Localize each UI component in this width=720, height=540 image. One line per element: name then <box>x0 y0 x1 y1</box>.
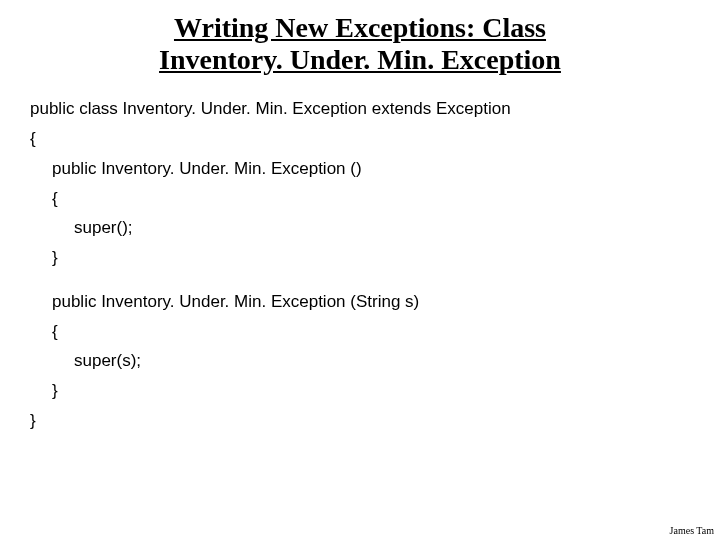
title-line-2: Inventory. Under. Min. Exception <box>159 44 561 75</box>
code-line: } <box>30 406 690 436</box>
slide: Writing New Exceptions: Class Inventory.… <box>0 0 720 540</box>
code-line: public Inventory. Under. Min. Exception … <box>30 287 690 317</box>
code-block: public class Inventory. Under. Min. Exce… <box>30 94 690 435</box>
code-line: { <box>30 124 690 154</box>
code-line: public Inventory. Under. Min. Exception … <box>30 154 690 184</box>
footer-author: James Tam <box>670 525 714 536</box>
code-line: super(s); <box>30 346 690 376</box>
code-line: super(); <box>30 213 690 243</box>
code-line: } <box>30 376 690 406</box>
code-line: { <box>30 184 690 214</box>
slide-title: Writing New Exceptions: Class Inventory.… <box>30 12 690 76</box>
title-line-1: Writing New Exceptions: Class <box>174 12 546 43</box>
code-line: { <box>30 317 690 347</box>
code-line: public class Inventory. Under. Min. Exce… <box>30 94 690 124</box>
blank-line <box>30 273 690 287</box>
code-line: } <box>30 243 690 273</box>
